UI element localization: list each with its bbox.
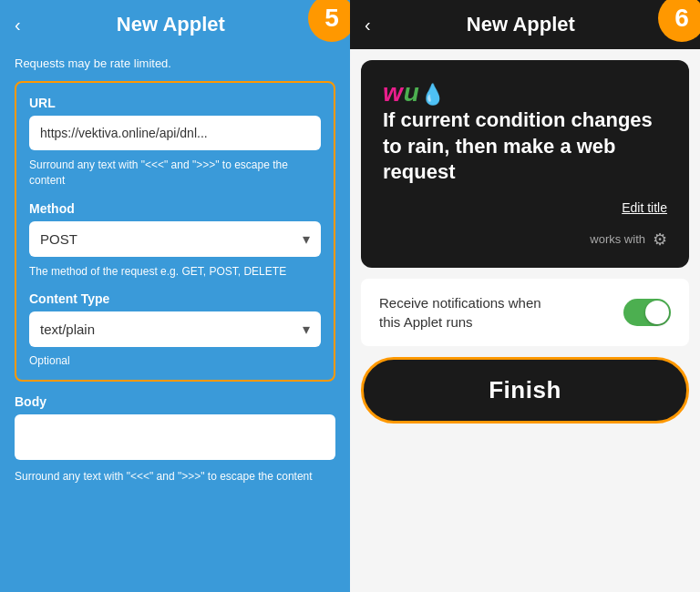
body-section: Body Surround any text with "<<<" and ">… [15, 394, 335, 485]
edit-title-link[interactable]: Edit title [383, 200, 667, 215]
method-value: POST [40, 231, 77, 247]
notifications-row: Receive notifications when this Applet r… [361, 279, 689, 346]
method-label: Method [29, 201, 321, 216]
method-hint: The method of the request e.g. GET, POST… [29, 264, 321, 280]
wu-w-letter: w [383, 78, 403, 107]
url-input[interactable] [40, 126, 310, 140]
works-with-row: works with ⚙ [383, 230, 667, 250]
url-hint: Surround any text with "<<<" and ">>>" t… [29, 158, 321, 189]
body-input[interactable] [15, 414, 335, 460]
finish-button[interactable]: Finish [361, 357, 689, 424]
finish-container: Finish [361, 357, 689, 424]
orange-box: URL Surround any text with "<<<" and ">>… [15, 81, 335, 382]
optional-text: Optional [29, 354, 321, 367]
right-step-badge: 6 [658, 0, 700, 42]
rate-limit-text: Requests may be rate limited. [15, 49, 335, 70]
url-input-container[interactable] [29, 116, 321, 150]
left-back-arrow[interactable]: ‹ [15, 15, 21, 36]
content-type-value: text/plain [40, 322, 95, 337]
notifications-text: Receive notifications when this Applet r… [379, 293, 561, 332]
works-with-icon: ⚙ [653, 230, 667, 250]
content-type-select[interactable]: text/plain ▾ [29, 311, 321, 347]
right-panel: ‹ New Applet 6 w u 💧 If current conditio… [350, 0, 700, 592]
url-label: URL [29, 96, 321, 110]
left-header: ‹ New Applet 5 [0, 0, 350, 49]
left-panel-content: Requests may be rate limited. URL Surrou… [0, 49, 350, 592]
content-type-chevron-icon: ▾ [303, 321, 310, 338]
right-back-arrow[interactable]: ‹ [365, 15, 371, 36]
content-type-label: Content Type [29, 291, 321, 306]
applet-description: If current condition changes to rain, th… [383, 107, 667, 186]
left-panel-title: New Applet [28, 13, 314, 36]
works-with-text: works with [590, 232, 645, 246]
wu-u-letter: u [404, 78, 419, 107]
notifications-toggle[interactable] [623, 299, 671, 326]
method-chevron-icon: ▾ [303, 230, 310, 248]
right-header: ‹ New Applet 6 [350, 0, 700, 49]
wu-logo: w u 💧 [383, 78, 667, 107]
toggle-knob [645, 301, 669, 324]
wu-drop-icon: 💧 [420, 83, 445, 107]
body-label: Body [15, 394, 335, 409]
applet-card: w u 💧 If current condition changes to ra… [361, 60, 689, 268]
left-step-badge: 5 [308, 0, 350, 42]
body-hint: Surround any text with "<<<" and ">>>" t… [15, 469, 335, 485]
left-panel: ‹ New Applet 5 Requests may be rate limi… [0, 0, 350, 592]
method-select[interactable]: POST ▾ [29, 221, 321, 257]
right-panel-title: New Applet [378, 13, 664, 36]
